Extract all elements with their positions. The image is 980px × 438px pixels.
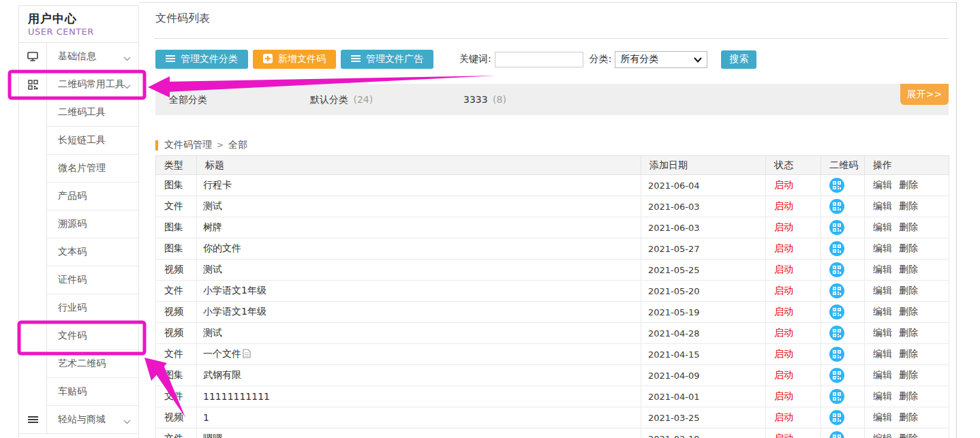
delete-link[interactable]: 删除 [899, 200, 918, 211]
category-tab-default[interactable]: 默认分类 (24) [310, 84, 373, 115]
delete-link[interactable]: 删除 [899, 369, 918, 380]
chevron-down-icon [123, 52, 131, 63]
delete-link[interactable]: 删除 [899, 390, 918, 401]
cell-type: 文件 [156, 344, 197, 365]
add-file-code-button[interactable]: 新增文件码 [253, 50, 336, 69]
edit-link[interactable]: 编辑 [873, 221, 892, 232]
cell-type: 视频 [156, 302, 197, 323]
sidebar-subitem[interactable]: 产品码 [19, 183, 138, 210]
qr-code-icon[interactable] [829, 241, 844, 256]
delete-link[interactable]: 删除 [899, 179, 918, 190]
delete-link[interactable]: 删除 [899, 243, 918, 253]
sidebar-item[interactable]: 轻站与商城 [19, 406, 138, 434]
qr-code-icon[interactable] [829, 347, 844, 362]
qr-code-icon[interactable] [829, 283, 844, 298]
edit-link[interactable]: 编辑 [873, 200, 892, 211]
qr-code-icon[interactable] [829, 389, 844, 404]
sidebar: 用户中心 USER CENTER 基础信息 二维码常用工具 二维码工具 [18, 5, 139, 438]
edit-link[interactable]: 编辑 [873, 327, 892, 338]
sidebar-item[interactable]: 二维码常用工具 [19, 71, 138, 99]
manage-file-category-button[interactable]: 管理文件分类 [155, 50, 248, 69]
status-link[interactable]: 启动 [774, 348, 793, 359]
category-tab-all[interactable]: 全部分类 [169, 84, 209, 115]
cell-actions: 编辑删除 [865, 365, 949, 386]
cell-type: 视频 [156, 323, 197, 344]
status-link[interactable]: 启动 [774, 179, 793, 190]
sidebar-subitem[interactable]: 长短链工具 [19, 127, 138, 155]
sidebar-subitem-label: 溯源码 [58, 218, 87, 230]
status-link[interactable]: 启动 [774, 327, 793, 338]
qr-code-icon[interactable] [829, 326, 844, 341]
status-link[interactable]: 启动 [774, 243, 793, 253]
edit-link[interactable]: 编辑 [873, 390, 892, 401]
cell-date: 2021-02-19 [641, 428, 766, 438]
qr-code-icon[interactable] [829, 199, 844, 214]
search-button[interactable]: 搜索 [721, 50, 756, 69]
edit-link[interactable]: 编辑 [873, 433, 892, 438]
sidebar-subitem[interactable]: 二维码工具 [19, 99, 138, 127]
edit-link[interactable]: 编辑 [873, 369, 892, 380]
edit-link[interactable]: 编辑 [873, 306, 892, 317]
cell-actions: 编辑删除 [865, 175, 949, 196]
cell-qrcode [821, 175, 865, 196]
manage-file-ad-button[interactable]: 管理文件广告 [341, 50, 433, 69]
sidebar-icon-column-cell [19, 183, 47, 210]
breadcrumb-section[interactable]: 文件码管理 [164, 139, 212, 151]
sidebar-item[interactable]: 基础信息 [19, 43, 138, 71]
keyword-input[interactable] [495, 52, 583, 67]
sidebar-subitem[interactable]: 证件码 [19, 266, 138, 294]
category-tab-3333[interactable]: 3333 (8) [463, 84, 506, 115]
sidebar-subitem[interactable]: 微名片管理 [19, 155, 138, 183]
edit-link[interactable]: 编辑 [873, 243, 892, 253]
delete-link[interactable]: 删除 [899, 327, 918, 338]
sidebar-subitem[interactable]: 艺术二维码 [19, 350, 138, 378]
cell-type: 图集 [156, 365, 197, 386]
delete-link[interactable]: 删除 [899, 306, 918, 317]
delete-link[interactable]: 删除 [899, 348, 918, 359]
qr-code-icon[interactable] [829, 368, 844, 383]
sidebar-subitem[interactable]: 文件码 [19, 322, 138, 350]
qr-code-icon[interactable] [829, 262, 844, 277]
delete-link[interactable]: 删除 [899, 411, 918, 422]
qr-code-icon[interactable] [829, 220, 844, 235]
sidebar-subitem-label: 文本码 [58, 246, 87, 258]
edit-link[interactable]: 编辑 [873, 285, 892, 296]
edit-link[interactable]: 编辑 [873, 179, 892, 190]
status-link[interactable]: 启动 [774, 433, 793, 438]
cell-title: 小学语文1年级 [197, 302, 641, 323]
delete-link[interactable]: 删除 [899, 221, 918, 232]
cell-title: 一个文件 [197, 344, 641, 365]
category-select[interactable]: 所有分类 [615, 51, 707, 68]
delete-link[interactable]: 删除 [899, 285, 918, 296]
qr-code-icon[interactable] [829, 304, 844, 319]
category-label: 分类: [589, 53, 612, 65]
status-link[interactable]: 启动 [774, 264, 793, 275]
expand-button[interactable]: 展开>> [900, 84, 949, 105]
sidebar-subitem[interactable]: 车贴码 [19, 378, 138, 406]
file-code-table: 类型 标题 添加日期 状态 二维码 操作 图集 行程卡 2021-06-04 启… [155, 155, 949, 438]
page-title: 文件码列表 [155, 12, 210, 26]
edit-link[interactable]: 编辑 [873, 264, 892, 275]
delete-link[interactable]: 删除 [899, 264, 918, 275]
sidebar-subitem[interactable]: 溯源码 [19, 210, 138, 238]
cell-title: 测试 [197, 323, 641, 344]
status-link[interactable]: 启动 [774, 306, 793, 317]
qr-code-icon[interactable] [829, 178, 844, 193]
qr-code-icon[interactable] [829, 410, 844, 425]
status-link[interactable]: 启动 [774, 285, 793, 296]
status-link[interactable]: 启动 [774, 221, 793, 232]
status-link[interactable]: 启动 [774, 390, 793, 401]
qr-code-icon[interactable] [829, 431, 844, 438]
status-link[interactable]: 启动 [774, 369, 793, 380]
table-row: 视频 测试 2021-05-25 启动 编辑删除 [156, 260, 949, 281]
sidebar-subitem[interactable]: 文本码 [19, 238, 138, 266]
delete-link[interactable]: 删除 [899, 433, 918, 438]
menu-icon [19, 406, 47, 433]
edit-link[interactable]: 编辑 [873, 411, 892, 422]
status-link[interactable]: 启动 [774, 411, 793, 422]
sidebar-subitem[interactable]: 行业码 [19, 294, 138, 322]
breadcrumb-current: 全部 [228, 139, 247, 151]
edit-link[interactable]: 编辑 [873, 348, 892, 359]
cell-date: 2021-05-19 [641, 302, 766, 323]
status-link[interactable]: 启动 [774, 200, 793, 211]
